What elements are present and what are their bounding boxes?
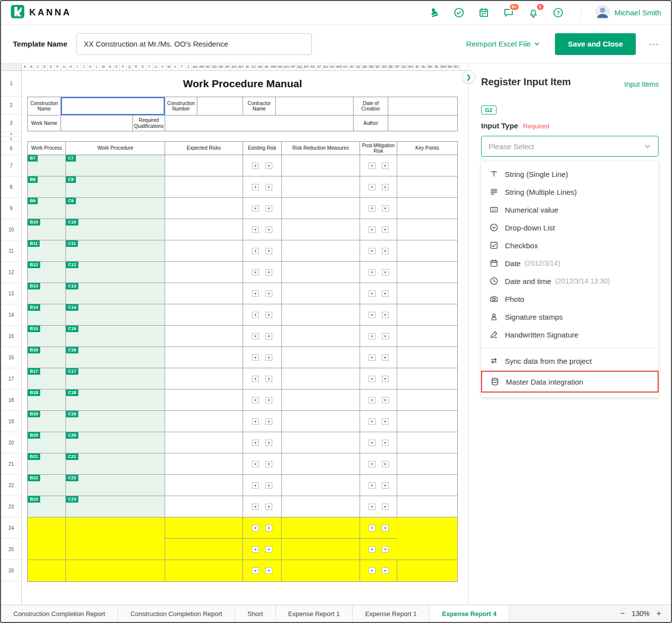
column-letter[interactable]: AB [198,63,205,70]
sheet-tab[interactable]: Short [235,605,276,622]
cell-dropdown-arrow[interactable]: ▾ [265,248,272,254]
input-type-option[interactable]: Sync data from the project [481,352,659,370]
cell-dropdown-arrow[interactable]: ▾ [368,504,375,510]
cell-dropdown-arrow[interactable]: ▾ [382,525,389,531]
post-mitigation-cell[interactable]: ▾▾ [360,304,397,325]
yellow-risk-reduction-cell[interactable] [282,539,360,560]
construction-number-label-cell[interactable]: Construction Number [165,97,197,115]
cell-dropdown-arrow[interactable]: ▾ [368,163,375,169]
expected-risks-cell[interactable] [165,390,243,410]
key-points-cell[interactable] [397,283,457,304]
row-number[interactable]: 22 [1,475,21,496]
cell-dropdown-arrow[interactable]: ▾ [382,440,389,446]
header-risk-reduction[interactable]: Risk Reduction Measures [282,142,360,155]
cell-dropdown-arrow[interactable]: ▾ [368,354,375,361]
column-letter[interactable]: AG [231,63,238,70]
existing-risk-cell[interactable]: ▾▾ [243,432,282,453]
post-mitigation-cell[interactable]: ▾▾ [360,240,397,261]
cell-dropdown-arrow[interactable]: ▾ [265,567,272,574]
column-letter[interactable]: E [48,63,55,70]
cell-dropdown-arrow[interactable]: ▾ [252,397,259,403]
cell-dropdown-arrow[interactable]: ▾ [368,567,375,574]
work-procedure-cell[interactable]: C11 [66,240,165,261]
cell-dropdown-arrow[interactable]: ▾ [382,546,389,553]
chat-icon[interactable]: 9+ [502,6,515,19]
column-letter[interactable]: BC [375,63,381,70]
column-letter[interactable]: AN [277,63,283,70]
input-type-option[interactable]: Checkbox [481,236,659,254]
work-procedure-cell[interactable]: C10 [66,219,165,240]
cell-dropdown-arrow[interactable]: ▾ [368,333,375,340]
key-points-cell[interactable] [397,240,457,261]
column-letter[interactable]: V [159,63,166,70]
key-points-cell[interactable] [397,176,457,197]
column-letter[interactable]: AE [218,63,225,70]
existing-risk-cell[interactable]: ▾▾ [243,283,282,304]
row-number[interactable]: 26 [1,560,21,581]
risk-reduction-cell[interactable] [282,219,360,240]
key-points-cell[interactable] [397,219,457,240]
input-type-option[interactable]: Drop-down List [481,219,659,236]
risk-reduction-cell[interactable] [282,326,360,346]
work-procedure-cell[interactable]: C18 [66,390,165,410]
column-letter[interactable]: Y [179,63,185,70]
column-letter[interactable]: AX [342,63,349,70]
work-process-cell[interactable]: B10 [28,219,66,240]
template-name-input[interactable] [76,33,312,55]
contractor-name-input-cell[interactable] [276,97,354,115]
yellow-existing-risk-cell[interactable]: ▾▾ [243,517,282,538]
row-number[interactable]: 5 [1,137,21,142]
sheet-tab[interactable]: Expense Report 1 [353,605,429,622]
existing-risk-cell[interactable]: ▾▾ [243,453,282,474]
notification-bell-icon[interactable]: 5 [527,6,540,19]
key-points-cell[interactable] [397,304,457,325]
column-letter[interactable]: BF [395,63,401,70]
work-process-cell[interactable]: B16 [28,347,66,368]
expected-risks-cell[interactable] [165,176,243,197]
row-number[interactable]: 16 [1,347,21,368]
cell-dropdown-arrow[interactable]: ▾ [368,376,375,382]
existing-risk-cell[interactable]: ▾▾ [243,198,282,219]
work-procedure-cell[interactable]: C9 [66,198,165,219]
header-expected-risks[interactable]: Expected Risks [165,142,243,155]
cell-dropdown-arrow[interactable]: ▾ [252,546,259,553]
cell-dropdown-arrow[interactable]: ▾ [265,227,272,233]
row-number[interactable]: 25 [1,539,21,560]
column-letter[interactable]: AM [270,63,277,70]
expected-risks-cell[interactable] [165,496,243,517]
sheet-tab[interactable]: Expense Report 1 [276,605,353,622]
cell-dropdown-arrow[interactable]: ▾ [252,354,259,361]
cell-dropdown-arrow[interactable]: ▾ [382,333,389,340]
cell-dropdown-arrow[interactable]: ▾ [252,227,259,233]
risk-reduction-cell[interactable] [282,304,360,325]
post-mitigation-cell[interactable]: ▾▾ [360,432,397,453]
column-letter[interactable]: BH [408,63,414,70]
expected-risks-cell[interactable] [165,326,243,346]
cell-dropdown-arrow[interactable]: ▾ [368,269,375,276]
row-number[interactable]: 12 [1,262,21,283]
column-letter[interactable]: AS [309,63,316,70]
sheet-tab[interactable]: Expense Report 4 [429,605,509,622]
row-number[interactable]: 1 [1,71,21,97]
expected-risks-cell[interactable] [165,347,243,368]
cell-dropdown-arrow[interactable]: ▾ [368,227,375,233]
more-options-button[interactable]: ⋯ [649,38,659,50]
column-letter[interactable]: AW [336,63,342,70]
risk-reduction-cell[interactable] [282,475,360,496]
input-type-option[interactable]: Date(2012/3/14) [481,254,659,272]
cell-dropdown-arrow[interactable]: ▾ [382,461,389,467]
cell-dropdown-arrow[interactable]: ▾ [382,482,389,489]
post-mitigation-cell[interactable]: ▾▾ [360,368,397,389]
work-procedure-cell[interactable]: C15 [66,326,165,346]
input-type-option[interactable]: Signature stamps [481,308,659,326]
yellow-work-procedure-cell[interactable] [66,560,165,581]
row-number[interactable]: 9 [1,198,21,219]
input-type-option[interactable]: 123Numerical value [481,201,659,219]
cell-dropdown-arrow[interactable]: ▾ [382,504,389,510]
cell-dropdown-arrow[interactable]: ▾ [368,525,375,531]
expected-risks-cell[interactable] [165,283,243,304]
work-name-label-cell[interactable]: Work Name [28,115,61,131]
cell-dropdown-arrow[interactable]: ▾ [252,482,259,489]
column-letter[interactable]: O [114,63,120,70]
expected-risks-cell[interactable] [165,219,243,240]
